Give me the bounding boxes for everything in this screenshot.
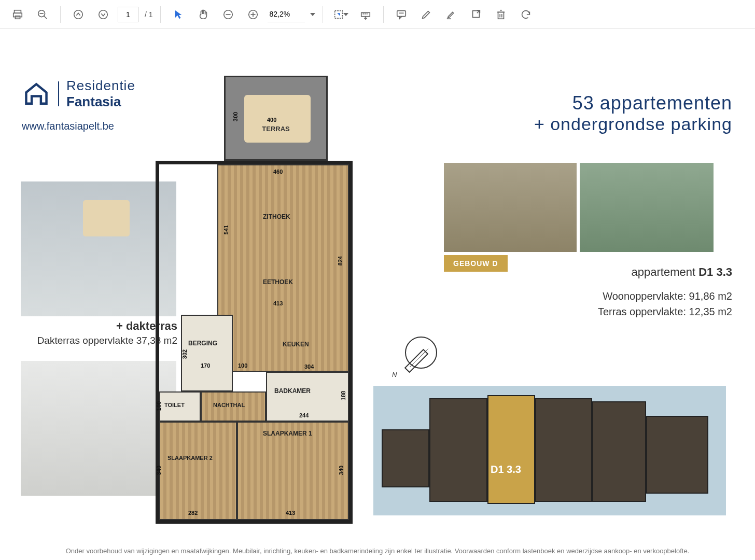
zoom-out-button[interactable] xyxy=(218,4,239,25)
svg-point-30 xyxy=(406,337,437,368)
nachthal-label: NACHTHAL xyxy=(213,402,245,408)
dim-eethoek-w: 413 xyxy=(273,300,283,306)
dakterras-image xyxy=(21,181,176,316)
document-page: Residentie Fantasia www.fantasiapelt.be … xyxy=(0,29,755,560)
draw-button[interactable] xyxy=(416,4,437,25)
svg-point-6 xyxy=(74,10,83,19)
dim-toilet-h: 100 xyxy=(156,401,162,411)
zoom-dropdown-icon[interactable] xyxy=(310,13,315,16)
svg-rect-15 xyxy=(361,12,370,16)
delete-button[interactable] xyxy=(491,4,511,25)
rotate-button[interactable] xyxy=(515,4,536,25)
terrace: TERRAS 400 300 xyxy=(224,76,328,161)
zoom-in-button[interactable] xyxy=(243,4,263,25)
building-badge: GEBOUW D xyxy=(444,255,508,272)
terrace-label: TERRAS xyxy=(226,125,326,133)
page-total: / 1 xyxy=(145,10,153,19)
apartment-id: appartement D1 3.3 xyxy=(632,265,732,279)
dim-keuken-w: 304 xyxy=(304,363,314,370)
badkamer-label: BADKAMER xyxy=(274,387,311,395)
pdf-toolbar: / 1 xyxy=(0,0,755,29)
highlight-button[interactable] xyxy=(441,4,462,25)
building-render-1 xyxy=(444,163,577,252)
keuken-label: KEUKEN xyxy=(283,341,309,348)
svg-point-7 xyxy=(99,10,108,19)
svg-marker-8 xyxy=(175,10,181,19)
dim-terras-w: 400 xyxy=(267,117,276,123)
dim-terras-h: 300 xyxy=(232,112,239,121)
svg-rect-20 xyxy=(397,10,406,16)
headline-line1: 53 appartementen xyxy=(572,92,732,114)
brand-line2: Fantasia xyxy=(66,94,135,110)
separator xyxy=(383,6,384,23)
separator xyxy=(323,6,323,23)
zithoek-label: ZITHOEK xyxy=(263,213,290,220)
dim-slaap1-w: 413 xyxy=(286,510,295,516)
dim-zithoek-h: 541 xyxy=(223,225,229,234)
svg-rect-0 xyxy=(15,10,21,13)
brand-line1: Residentie xyxy=(66,78,135,94)
toilet-label: TOILET xyxy=(164,402,185,408)
terrace-area: Terras oppervlakte: 12,35 m2 xyxy=(598,306,732,318)
dim-berging-h: 302 xyxy=(181,349,188,359)
floorplan: TERRAS 400 300 ZITHOEK EETHOEK KEUKEN 46… xyxy=(156,76,353,527)
headline-line2: + ondergrondse parking xyxy=(534,114,732,134)
svg-line-4 xyxy=(44,16,47,19)
compass-n: N xyxy=(392,371,397,379)
zoom-input[interactable] xyxy=(268,7,305,22)
slaapkamer1-label: SLAAPKAMER 1 xyxy=(263,430,312,437)
berging-label: BERGING xyxy=(188,340,217,347)
berging xyxy=(181,315,233,391)
dim-slaap2-w: 282 xyxy=(188,510,198,516)
dim-slaap1-h: 340 xyxy=(338,466,344,475)
dim-eethoek-h: 824 xyxy=(337,256,343,265)
separator xyxy=(160,6,161,23)
dakterras-area: Dakterras oppervlakte 37,38 m2 xyxy=(11,335,177,346)
slaapkamer2-label: SLAAPKAMER 2 xyxy=(167,455,213,461)
website: www.fantasiapelt.be xyxy=(22,120,114,132)
dim-zithoek-w: 460 xyxy=(273,169,283,175)
svg-rect-25 xyxy=(498,12,504,19)
ruler-button[interactable] xyxy=(355,4,376,25)
pointer-tool[interactable] xyxy=(168,4,189,25)
building-render-2 xyxy=(580,163,714,252)
page-down-button[interactable] xyxy=(93,4,114,25)
floorkey-label: D1 3.3 xyxy=(491,464,521,475)
balcony-image xyxy=(21,361,176,496)
svg-rect-2 xyxy=(15,16,20,19)
dim-hall-gap: 100 xyxy=(238,362,247,369)
eethoek-label: EETHOEK xyxy=(263,278,293,286)
hand-tool[interactable] xyxy=(193,4,214,25)
slaapkamer-2 xyxy=(159,422,237,520)
house-icon xyxy=(22,81,51,106)
svg-line-32 xyxy=(410,348,428,367)
logo: Residentie Fantasia xyxy=(22,78,135,110)
print-button[interactable] xyxy=(7,4,28,25)
dakterras-title: + dakterras xyxy=(22,319,177,333)
zoom-out-icon[interactable] xyxy=(32,4,53,25)
compass-icon: N xyxy=(399,335,439,374)
separator xyxy=(60,6,61,23)
disclaimer: Onder voorbehoud van wijzigingen en maat… xyxy=(23,547,732,555)
fit-page-button[interactable] xyxy=(330,4,351,25)
floor-key: D1 3.3 xyxy=(373,386,726,515)
stamp-button[interactable] xyxy=(466,4,486,25)
dim-slaap2-h: 340 xyxy=(156,466,162,475)
living-area: Woonoppervlakte: 91,86 m2 xyxy=(603,290,732,302)
page-up-button[interactable] xyxy=(68,4,89,25)
page-input[interactable] xyxy=(118,7,138,22)
dim-bad-w: 244 xyxy=(299,412,309,418)
dim-bad-h: 188 xyxy=(340,391,346,400)
dim-berging-w: 170 xyxy=(201,362,210,369)
comment-button[interactable] xyxy=(391,4,412,25)
